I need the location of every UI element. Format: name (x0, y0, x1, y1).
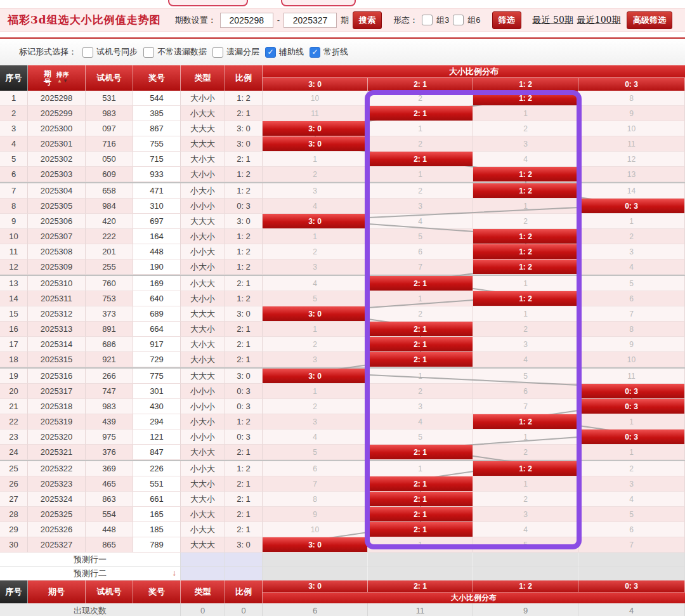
search-button[interactable]: 搜索 (353, 11, 382, 29)
prediction-chart-cell (368, 553, 473, 567)
seq-cell: 30 (0, 537, 28, 553)
advanced-filter-button[interactable]: 高级筛选 (627, 11, 672, 29)
checked-checkbox-icon[interactable]: ✓ (310, 47, 320, 58)
miss-count: 11 (627, 140, 635, 148)
ratio-cell: 0: 3 (225, 199, 263, 214)
table-row: 52025302050715大小大2: 112: 1412 (0, 152, 685, 167)
test-number-cell: 984 (86, 199, 133, 214)
ratio-hit-marker: 1: 2 (473, 414, 578, 429)
chart-cell: 4 (473, 152, 578, 167)
prize-number-cell: 310 (133, 199, 181, 214)
prediction-label-cell[interactable]: 预测行一 (0, 553, 181, 567)
type-cell: 大小小 (181, 291, 225, 306)
miss-count: 3 (418, 202, 422, 211)
prize-number-cell: 551 (133, 476, 181, 492)
period-from-input[interactable] (220, 13, 273, 28)
sort-desc-icon[interactable]: ▼ (63, 78, 68, 84)
header-period[interactable]: 期号 排序 ▲▼ (28, 65, 86, 91)
chart-cell: 11 (263, 106, 368, 121)
pattern-label: 形态： (393, 15, 418, 26)
recent-100-link[interactable]: 最近100期 (577, 15, 621, 26)
chart-cell: 7 (578, 537, 685, 553)
prediction-label-cell[interactable]: 预测行二 ↓ (0, 567, 181, 580)
miss-count: 2 (313, 170, 317, 179)
chart-cell: 1 (473, 199, 578, 214)
bottom-header-test-number: 试机号 (86, 580, 133, 603)
table-row: 132025310760169小大大2: 142: 115 (0, 275, 685, 291)
ratio-hit-marker: 0: 3 (578, 384, 684, 398)
seq-cell: 15 (0, 306, 28, 322)
scroll-down-arrow-icon[interactable]: ↓ (173, 568, 177, 577)
period-cell: 2025300 (28, 121, 86, 136)
prediction-type-cell[interactable] (181, 567, 225, 580)
bottom-header-ratio: 比例 (225, 580, 263, 603)
top-cutoff-button-2[interactable] (281, 0, 356, 6)
prediction-chart-cell (473, 553, 578, 567)
bottom-header-period: 期号 (28, 580, 86, 603)
prediction-ratio-cell[interactable] (225, 567, 263, 580)
group3-checkbox[interactable] (422, 15, 433, 25)
period-cell: 2025309 (28, 259, 86, 275)
chart-cell: 1 (263, 322, 368, 337)
type-count-cell: 0 (181, 603, 225, 616)
chart-cell: 2: 1 (368, 492, 473, 507)
period-to-input[interactable] (284, 13, 337, 28)
ratio-hit-marker: 0: 3 (578, 429, 684, 444)
table-body: 12025298531544大小小1: 21021: 2822025299983… (0, 91, 685, 553)
checked-checkbox-icon[interactable]: ✓ (265, 47, 276, 58)
ratio-cell: 1: 2 (225, 229, 263, 244)
ratio-cell: 3: 0 (225, 306, 263, 322)
miss-count: 4 (313, 279, 317, 288)
chart-cell: 1 (368, 291, 473, 306)
period-cell: 2025315 (28, 352, 86, 367)
type-cell: 大小小 (181, 91, 225, 106)
miss-count: 13 (627, 170, 636, 179)
seq-cell: 11 (0, 244, 28, 259)
chart-cell: 1 (263, 229, 368, 244)
chart-cell: 7 (263, 476, 368, 492)
miss-count: 1 (523, 109, 528, 118)
ratio-hit-marker: 3: 0 (263, 214, 367, 228)
appearance-count-label: 出现次数 (0, 603, 181, 616)
top-cutoff-button-1[interactable] (168, 0, 248, 6)
table-row: 212025318983430小小小0: 32370: 3 (0, 399, 685, 414)
miss-count: 1 (523, 310, 528, 318)
sort-label: 排序 (56, 72, 69, 78)
miss-count: 11 (627, 372, 635, 381)
chart-cell: 11 (578, 369, 685, 384)
test-number-cell: 420 (86, 214, 133, 229)
prize-number-cell: 544 (133, 91, 181, 106)
table-row: 142025311753640大小小1: 2511: 26 (0, 291, 685, 306)
unchecked-checkbox-icon[interactable] (82, 47, 93, 58)
unchecked-checkbox-icon[interactable] (143, 47, 154, 58)
test-number-cell: 373 (86, 306, 133, 322)
chart-cell: 6 (578, 522, 685, 537)
sort-asc-icon[interactable]: ▲ (57, 78, 63, 84)
seq-cell: 10 (0, 229, 28, 244)
miss-count: 1 (418, 294, 422, 303)
ratio-hit-marker: 2: 1 (368, 152, 473, 166)
prediction-ratio-cell[interactable] (225, 553, 263, 567)
group6-checkbox[interactable] (453, 15, 464, 25)
unchecked-checkbox-icon[interactable] (212, 47, 223, 58)
chart-cell: 0: 3 (578, 199, 685, 214)
chart-cell: 1 (263, 384, 368, 399)
miss-count: 7 (313, 480, 317, 488)
type-cell: 大大大 (181, 537, 225, 553)
chart-cell: 13 (578, 167, 685, 182)
chart-cell: 2: 1 (368, 522, 473, 537)
ratio-hit-marker: 1: 2 (473, 244, 578, 259)
table-row: 282025325554165小大大2: 192: 135 (0, 507, 685, 522)
chart-cell: 8 (578, 91, 685, 106)
test-number-cell: 255 (86, 259, 133, 275)
prediction-type-cell[interactable] (181, 553, 225, 567)
table-row: 292025326448185小大大2: 1102: 146 (0, 522, 685, 537)
filter-button[interactable]: 筛选 (492, 11, 521, 29)
chart-cell: 5 (263, 291, 368, 306)
type-cell: 大小大 (181, 337, 225, 352)
chart-cell: 2 (473, 214, 578, 229)
miss-count: 8 (629, 325, 634, 334)
ratio-column-header: 1: 2 (473, 580, 578, 592)
seq-cell: 14 (0, 291, 28, 306)
recent-50-link[interactable]: 最近 50期 (533, 15, 573, 26)
